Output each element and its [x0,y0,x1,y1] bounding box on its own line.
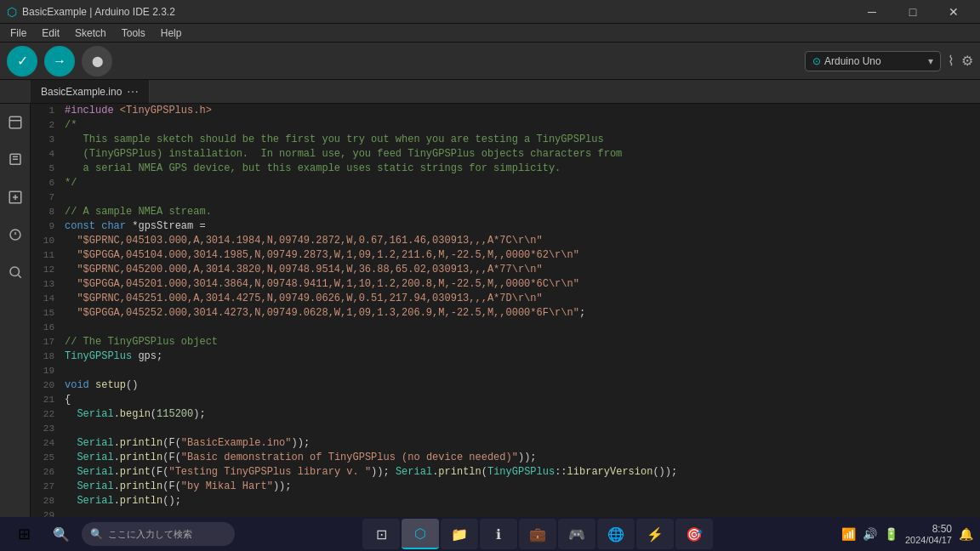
taskbar-search-icon: 🔍 [53,526,70,542]
tab-bar: BasicExample.ino ⋯ [0,80,980,104]
board-selector[interactable]: ⊙ Arduino Uno ▾ [805,51,941,71]
taskbar-app-explorer[interactable]: 📁 [441,519,478,549]
code-line-25: 25 Serial.println(F("Basic demonstration… [31,451,980,465]
code-line-2: 2 /* [31,118,980,133]
sidebar-icon-debug[interactable] [3,223,27,247]
code-line-5: 5 a serial NMEA GPS device, but this exa… [31,162,980,176]
svg-rect-0 [9,116,21,128]
browser-icon: 🌐 [607,526,624,542]
sidebar-icon-libraries[interactable] [3,148,27,172]
board-name: Arduino Uno [824,55,881,67]
app-logo-icon: ⬡ [7,5,17,19]
taskbar-app-arduino[interactable]: ⬡ [402,519,439,549]
taskbar-center: ⊡ ⬡ 📁 ℹ 💼 🎮 🌐 ⚡ 🎯 [362,519,713,549]
code-line-4: 4 (TinyGPSPlus) installation. In normal … [31,147,980,162]
code-line-8: 8 // A sample NMEA stream. [31,205,980,219]
clock-widget[interactable]: 8:50 2024/04/17 [905,523,952,545]
code-line-13: 13 "$GPGGA,045201.000,3014.3864,N,09748.… [31,277,980,292]
search-icon: 🔍 [90,528,103,540]
code-line-3: 3 This sample sketch should be the first… [31,133,980,147]
code-line-14: 14 "$GPRNC,045251.000,A,3014.4275,N,0974… [31,292,980,306]
code-line-18: 18 TinyGPSPlus gps; [31,349,980,364]
code-line-11: 11 "$GPGGA,045104.000,3014.1985,N,09749.… [31,248,980,263]
main-layout: 1 #include <TinyGPSPlus.h> 2 /* 3 This s… [0,104,980,520]
code-line-20: 20 void setup() [31,378,980,393]
code-line-27: 27 Serial.println(F("by Mikal Hart")); [31,480,980,494]
arduino-taskbar-icon: ⬡ [414,525,426,542]
menu-sketch[interactable]: Sketch [68,26,113,41]
taskbar-app-arduino2[interactable]: ⚡ [636,519,674,549]
maximize-button[interactable]: □ [893,0,932,24]
taskbar-time: 8:50 [932,523,952,535]
title-bar-left: ⬡ BasicExample | Arduino IDE 2.3.2 [7,5,175,19]
network-icon[interactable]: 📶 [841,527,856,541]
taskbar-date: 2024/04/17 [905,535,952,545]
menu-edit[interactable]: Edit [35,26,66,41]
code-line-16: 16 [31,321,980,335]
notification-icon[interactable]: 🔔 [959,527,973,541]
code-line-26: 26 Serial.print(F("Testing TinyGPSPlus l… [31,465,980,480]
upload-button[interactable]: → [44,46,75,77]
arduino2-taskbar-icon: ⚡ [647,526,664,542]
code-area[interactable]: 1 #include <TinyGPSPlus.h> 2 /* 3 This s… [31,104,980,520]
serial-plotter-icon[interactable]: ⌇ [948,53,954,69]
code-line-6: 6 */ [31,176,980,190]
code-line-7: 7 [31,190,980,205]
title-bar-controls: ─ □ ✕ [852,0,973,24]
search-placeholder-text: ここに入力して検索 [108,528,192,541]
svg-point-5 [10,267,20,276]
title-bar-title: BasicExample | Arduino IDE 2.3.2 [22,6,175,18]
code-line-9: 9 const char *gpsStream = [31,219,980,234]
menu-tools[interactable]: Tools [115,26,152,41]
code-line-24: 24 Serial.println(F("BasicExample.ino"))… [31,436,980,451]
menu-file[interactable]: File [3,26,33,41]
taskbar-app-case[interactable]: 💼 [519,519,556,549]
code-line-21: 21 { [31,393,980,407]
game-icon: 🎮 [568,526,585,542]
menu-help[interactable]: Help [154,26,189,41]
code-line-17: 17 // The TinyGPSPlus object [31,335,980,349]
verify-button[interactable]: ✓ [7,46,37,77]
taskbar-app-target[interactable]: 🎯 [675,519,713,549]
taskbar-app-info[interactable]: ℹ [480,519,517,549]
code-line-10: 10 "$GPRNC,045103.000,A,3014.1984,N,0974… [31,234,980,248]
sidebar-icon-files[interactable] [3,111,27,134]
board-icon: ⊙ [812,55,821,67]
sidebar-icon-search[interactable] [3,260,27,284]
board-dropdown-icon: ▾ [928,55,933,67]
debug-button[interactable]: ⬤ [82,46,112,77]
editor: 1 #include <TinyGPSPlus.h> 2 /* 3 This s… [31,104,980,520]
search-button[interactable]: 🔍 [44,517,78,551]
minimize-button[interactable]: ─ [852,0,892,24]
taskbar: ⊞ 🔍 🔍 ここに入力して検索 ⊡ ⬡ 📁 ℹ 💼 🎮 🌐 [0,517,980,551]
toolbar: ✓ → ⬤ ⊙ Arduino Uno ▾ ⌇ ⚙ [0,43,980,80]
code-line-28: 28 Serial.println(); [31,494,980,508]
explorer-icon: 📁 [451,526,468,542]
taskbar-left: ⊞ 🔍 🔍 ここに入力して検索 [7,517,235,551]
start-button[interactable]: ⊞ [7,517,41,551]
sidebar [0,104,31,520]
taskbar-app-task-view[interactable]: ⊡ [362,519,400,549]
volume-icon[interactable]: 🔊 [863,527,877,541]
battery-icon[interactable]: 🔋 [884,527,898,541]
windows-logo-icon: ⊞ [18,525,31,543]
tab-basicexample[interactable]: BasicExample.ino ⋯ [31,80,150,103]
sidebar-icon-boards[interactable] [3,185,27,209]
code-line-22: 22 Serial.begin(115200); [31,407,980,422]
taskbar-app-browser[interactable]: 🌐 [597,519,635,549]
title-bar: ⬡ BasicExample | Arduino IDE 2.3.2 ─ □ ✕ [0,0,980,24]
code-line-19: 19 [31,364,980,378]
tab-more-icon[interactable]: ⋯ [127,85,139,99]
close-button[interactable]: ✕ [934,0,973,24]
tab-label: BasicExample.ino [41,86,122,98]
settings-icon[interactable]: ⚙ [961,53,973,69]
taskbar-app-game[interactable]: 🎮 [558,519,595,549]
info-icon: ℹ [496,526,501,542]
menu-bar: File Edit Sketch Tools Help [0,24,980,43]
toolbar-right-icons: ⌇ ⚙ [948,53,973,69]
taskbar-search-bar[interactable]: 🔍 ここに入力して検索 [82,522,235,546]
target-icon: 🎯 [686,526,703,542]
code-line-12: 12 "$GPRNC,045200.000,A,3014.3820,N,0974… [31,263,980,277]
taskbar-right: 📶 🔊 🔋 8:50 2024/04/17 🔔 [841,523,973,545]
code-line-15: 15 "$GPGGA,045252.000,3014.4273,N,09749.… [31,306,980,321]
